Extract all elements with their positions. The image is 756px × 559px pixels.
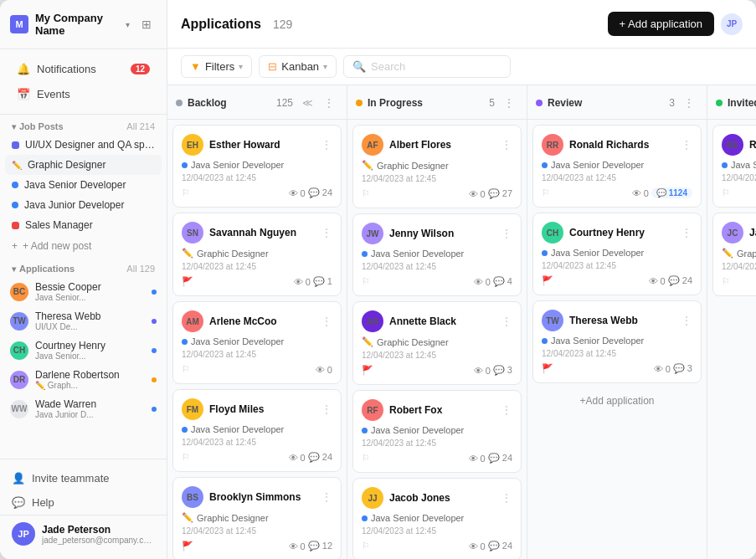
card-menu-button[interactable]: ⋮: [501, 315, 512, 328]
card-menu-button[interactable]: ⋮: [501, 403, 512, 417]
table-row[interactable]: AMArlene McCoo⋮Java Senior Developer12/0…: [172, 301, 342, 384]
col-title-in_progress: In Progress: [368, 97, 484, 109]
col-collapse-button[interactable]: ≪: [298, 94, 316, 112]
job-posts-count: All 214: [126, 121, 155, 131]
job-item-java-senior[interactable]: Java Senior Developer: [5, 175, 162, 195]
flag-icon[interactable]: ⚐: [362, 453, 370, 464]
search-box[interactable]: 🔍 Search: [343, 55, 511, 78]
job-item-uiux[interactable]: UI/UX Designer and QA speci...: [5, 135, 162, 155]
table-row[interactable]: SNSavannah Nguyen⋮✏️ Graphic Designer12/…: [172, 213, 342, 296]
card-menu-button[interactable]: ⋮: [321, 315, 332, 328]
table-row[interactable]: ABAnnette Black⋮✏️ Graphic Designer12/04…: [352, 301, 522, 385]
invite-teammate-button[interactable]: 👤 Invite teammate: [0, 466, 167, 490]
flag-icon[interactable]: ⚐: [722, 187, 730, 198]
flag-icon[interactable]: 🚩: [182, 541, 193, 551]
filter-label: Filters: [205, 60, 234, 73]
flag-icon[interactable]: ⚐: [182, 364, 190, 375]
card-menu-button[interactable]: ⋮: [681, 314, 692, 327]
job-posts-arrow: ▾: [12, 122, 16, 131]
card-role-text: Java Senior Developer: [191, 336, 284, 346]
filters-button[interactable]: ▼ Filters ▾: [181, 55, 252, 78]
card-stat: 👁 0💬 24: [649, 275, 692, 286]
flag-icon[interactable]: ⚐: [362, 276, 370, 287]
job-item-graphic[interactable]: ✏️ Graphic Designer: [5, 155, 162, 175]
job-label-java-senior: Java Senior Developer: [24, 179, 155, 191]
user-profile[interactable]: JP Jade Peterson jade_peterson@company.c…: [0, 515, 167, 552]
card-header: RRRonald Richards⋮: [542, 134, 692, 156]
applications-sidebar-section: ▾ Applications All 129 BC Bessie Cooper …: [0, 257, 167, 423]
table-row[interactable]: FMFloyd Miles⋮Java Senior Developer12/04…: [172, 389, 342, 472]
add-post-icon: +: [12, 240, 18, 252]
table-row[interactable]: TWTheresa Webb⋮Java Senior Developer12/0…: [532, 300, 702, 383]
card-menu-button[interactable]: ⋮: [321, 490, 332, 504]
card-menu-button[interactable]: ⋮: [681, 138, 692, 151]
flag-icon[interactable]: ⚐: [182, 187, 190, 198]
card-menu-button[interactable]: ⋮: [501, 491, 512, 505]
sidebar-layout-icon[interactable]: ⊞: [136, 14, 157, 34]
add-post-label: + Add new post: [23, 240, 91, 252]
card-menu-button[interactable]: ⋮: [321, 403, 332, 416]
notifications-badge: 12: [131, 64, 150, 74]
add-application-button[interactable]: + Add application: [608, 12, 714, 36]
add-post-button[interactable]: + + Add new post: [0, 235, 167, 257]
flag-icon[interactable]: ⚐: [362, 188, 370, 199]
table-row[interactable]: RERalph Edwards⋮Java Senior Developer12/…: [712, 125, 756, 208]
topbar-user-avatar[interactable]: JP: [721, 13, 743, 35]
app-list-item-bessie[interactable]: BC Bessie Cooper Java Senior...: [0, 277, 167, 306]
add-application-button[interactable]: +Add application: [712, 301, 756, 326]
app-status-darlene: [152, 377, 157, 382]
filter-icon: ▼: [190, 60, 201, 73]
comment-count: 💬 3: [493, 365, 512, 376]
table-row[interactable]: JJJacob Jones⋮Java Senior Developer12/04…: [352, 478, 522, 559]
card-menu-button[interactable]: ⋮: [501, 227, 512, 240]
table-row[interactable]: BSBrooklyn Simmons⋮✏️ Graphic Designer12…: [172, 477, 342, 559]
app-list-item-wade[interactable]: WW Wade Warren Java Junior D...: [0, 394, 167, 423]
sidebar-item-events[interactable]: 📅 Events: [5, 82, 162, 106]
job-item-sales[interactable]: Sales Manager: [5, 215, 162, 235]
col-menu-in_progress[interactable]: ⋮: [500, 94, 518, 112]
table-row[interactable]: JCJane Cooper⋮✏️ Graphic Designer12/04/2…: [712, 213, 756, 296]
card-menu-button[interactable]: ⋮: [501, 138, 512, 151]
pencil-icon: ✏️: [362, 160, 373, 171]
app-status-courtney: [152, 348, 157, 353]
card-role-text: Java Senior Developer: [371, 513, 464, 523]
table-row[interactable]: CHCourtney Henry⋮Java Senior Developer12…: [532, 213, 702, 295]
table-row[interactable]: AFAlbert Flores⋮✏️ Graphic Designer12/04…: [352, 125, 522, 208]
flag-icon[interactable]: 🚩: [182, 276, 193, 287]
comment-count: 💬 12: [308, 541, 332, 551]
app-list-item-courtney[interactable]: CH Courtney Henry Java Senior...: [0, 336, 167, 365]
flag-icon[interactable]: ⚐: [362, 541, 370, 551]
card-role: ✏️ Graphic Designer: [362, 336, 512, 347]
table-row[interactable]: JWJenny Wilson⋮Java Senior Developer12/0…: [352, 213, 522, 296]
app-list-item-theresa[interactable]: TW Theresa Webb UI/UX De...: [0, 306, 167, 336]
card-stat: 👁 0💬 4: [474, 276, 512, 287]
avatar: JW: [362, 223, 383, 244]
flag-icon[interactable]: 🚩: [362, 365, 373, 376]
view-select[interactable]: ⊟ Kanban ▾: [259, 55, 337, 78]
company-chevron-icon[interactable]: ▾: [126, 20, 130, 29]
add-application-button[interactable]: +Add application: [532, 388, 702, 413]
views-icon: 👁 0: [654, 364, 671, 374]
app-list-item-darlene[interactable]: DR Darlene Robertson ✏️ Graph...: [0, 365, 167, 394]
card-role: Java Senior Developer: [182, 424, 332, 434]
table-row[interactable]: RFRobert Fox⋮Java Senior Developer12/04/…: [352, 390, 522, 473]
flag-icon[interactable]: ⚐: [542, 187, 550, 198]
card-menu-button[interactable]: ⋮: [321, 226, 332, 239]
role-dot: [542, 250, 548, 256]
flag-icon[interactable]: ⚐: [722, 276, 730, 287]
job-item-java-junior[interactable]: Java Junior Developer: [5, 195, 162, 215]
col-menu-review[interactable]: ⋮: [680, 94, 698, 112]
app-status-wade: [152, 407, 157, 412]
table-row[interactable]: RRRonald Richards⋮Java Senior Developer1…: [532, 125, 702, 208]
card-menu-button[interactable]: ⋮: [321, 138, 332, 151]
flag-icon[interactable]: ⚐: [182, 452, 190, 463]
table-row[interactable]: EHEsther Howard⋮Java Senior Developer12/…: [172, 125, 342, 208]
cards-scroll-review: RRRonald Richards⋮Java Senior Developer1…: [527, 120, 707, 559]
col-menu-backlog[interactable]: ⋮: [320, 94, 338, 112]
card-menu-button[interactable]: ⋮: [681, 226, 692, 239]
flag-icon[interactable]: 🚩: [542, 363, 553, 374]
sidebar-item-notifications[interactable]: 🔔 Notifications 12: [5, 57, 162, 81]
views-icon: 👁 0: [469, 189, 486, 199]
help-button[interactable]: 💬 Help: [0, 490, 167, 515]
flag-icon[interactable]: 🚩: [542, 275, 553, 286]
